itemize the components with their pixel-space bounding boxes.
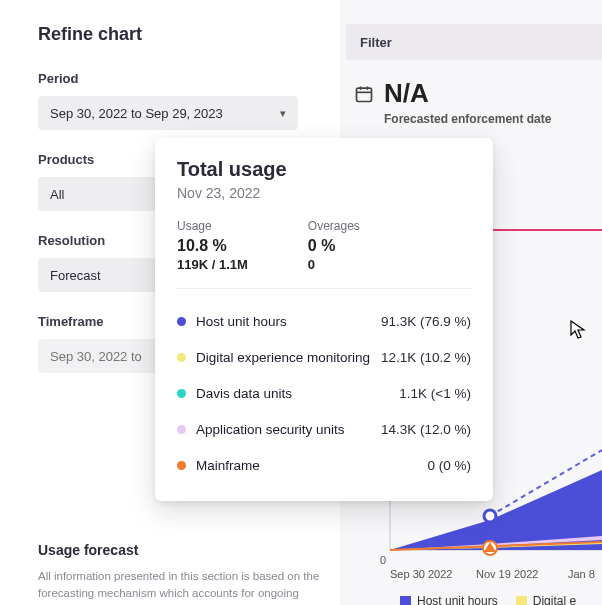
period-group: Period Sep 30, 2022 to Sep 29, 2023 ▾ — [38, 71, 340, 130]
tooltip-row-value: 12.1K (10.2 %) — [381, 350, 471, 365]
period-label: Period — [38, 71, 340, 86]
usage-forecast-block: Usage forecast All information presented… — [38, 542, 328, 605]
products-select[interactable]: All — [38, 177, 158, 211]
products-value: All — [50, 187, 64, 202]
period-value: Sep 30, 2022 to Sep 29, 2023 — [50, 106, 223, 121]
chevron-down-icon: ▾ — [280, 107, 286, 120]
svg-rect-0 — [357, 88, 372, 101]
tooltip-row-label: Mainframe — [196, 458, 260, 473]
chart-xtick-2: Jan 8 — [568, 568, 595, 580]
tooltip-overages-val: 0 — [308, 257, 360, 272]
legend-label-1: Digital e — [533, 594, 576, 605]
forecast-date-value: N/A — [384, 80, 551, 106]
tooltip-row-label: Host unit hours — [196, 314, 287, 329]
tooltip-row: Host unit hours91.3K (76.9 %) — [177, 303, 471, 339]
tooltip-row-label: Davis data units — [196, 386, 292, 401]
chart-ytick-0: 0 — [380, 554, 386, 566]
usage-forecast-text: All information presented in this sectio… — [38, 568, 328, 605]
tooltip-row-dot — [177, 389, 186, 398]
calendar-icon — [354, 84, 374, 104]
tooltip-row-label: Application security units — [196, 422, 345, 437]
forecast-date-block: N/A Forecasted enforcement date — [340, 80, 602, 126]
tooltip-row-label: Digital experience monitoring — [196, 350, 370, 365]
filter-label: Filter — [360, 35, 392, 50]
tooltip-row: Digital experience monitoring12.1K (10.2… — [177, 339, 471, 375]
tooltip-row-dot — [177, 317, 186, 326]
tooltip-row-value: 1.1K (<1 %) — [399, 386, 471, 401]
refine-heading: Refine chart — [38, 24, 340, 45]
tooltip-usage-metric: Usage 10.8 % 119K / 1.1M — [177, 219, 248, 272]
chart-xtick-0: Sep 30 2022 — [390, 568, 452, 580]
legend-swatch-host — [400, 596, 411, 605]
legend-label-0: Host unit hours — [417, 594, 498, 605]
filter-bar[interactable]: Filter — [346, 24, 602, 60]
period-select[interactable]: Sep 30, 2022 to Sep 29, 2023 ▾ — [38, 96, 298, 130]
tooltip-overages-metric: Overages 0 % 0 — [308, 219, 360, 272]
tooltip-date: Nov 23, 2022 — [177, 185, 471, 201]
tooltip-row: Application security units14.3K (12.0 %) — [177, 411, 471, 447]
cursor-icon — [570, 320, 586, 344]
chart-xtick-1: Nov 19 2022 — [476, 568, 538, 580]
forecast-date-caption: Forecasted enforcement date — [384, 112, 551, 126]
resolution-value: Forecast — [50, 268, 101, 283]
tooltip-overages-label: Overages — [308, 219, 360, 233]
tooltip-row-dot — [177, 353, 186, 362]
tooltip-usage-label: Usage — [177, 219, 248, 233]
tooltip-row: Mainframe0 (0 %) — [177, 447, 471, 483]
tooltip-row-dot — [177, 461, 186, 470]
tooltip-overages-pct: 0 % — [308, 237, 360, 255]
usage-forecast-title: Usage forecast — [38, 542, 328, 558]
legend-swatch-dem — [516, 596, 527, 605]
chart-marker — [484, 510, 496, 522]
chart-legend: Host unit hours Digital e — [400, 594, 576, 605]
tooltip-row-dot — [177, 425, 186, 434]
tooltip-row-value: 0 (0 %) — [427, 458, 471, 473]
tooltip-row-value: 91.3K (76.9 %) — [381, 314, 471, 329]
usage-tooltip: Total usage Nov 23, 2022 Usage 10.8 % 11… — [155, 138, 493, 501]
tooltip-title: Total usage — [177, 158, 471, 181]
tooltip-row-value: 14.3K (12.0 %) — [381, 422, 471, 437]
tooltip-usage-frac: 119K / 1.1M — [177, 257, 248, 272]
tooltip-usage-pct: 10.8 % — [177, 237, 248, 255]
resolution-select[interactable]: Forecast — [38, 258, 158, 292]
tooltip-row: Davis data units1.1K (<1 %) — [177, 375, 471, 411]
